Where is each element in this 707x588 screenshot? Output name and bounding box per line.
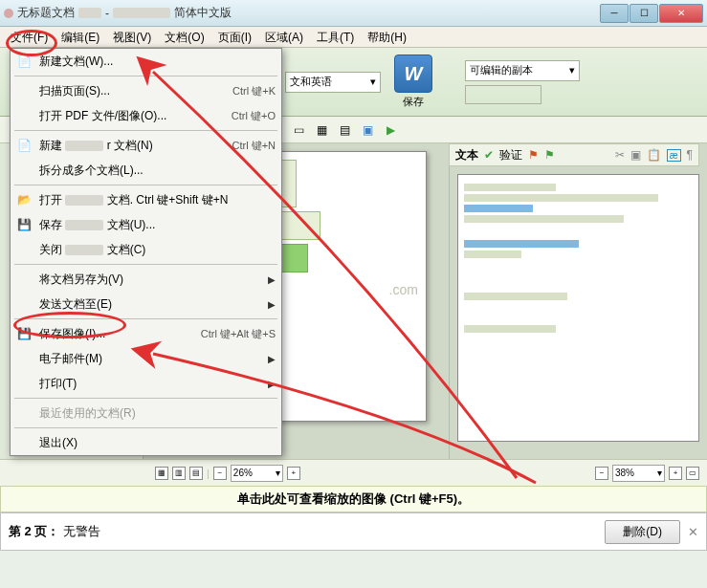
menu-视图v[interactable]: 视图(V) bbox=[106, 27, 158, 47]
menu-item[interactable]: 打印(T)▶ bbox=[11, 371, 281, 396]
paste-icon[interactable]: 📋 bbox=[647, 148, 661, 162]
maximize-button[interactable]: ☐ bbox=[630, 4, 658, 23]
text-panel bbox=[449, 143, 707, 459]
zoom-out-button[interactable]: − bbox=[595, 467, 608, 480]
menu-item[interactable]: 📄新建 r 文档(N)Ctrl 键+N bbox=[11, 133, 281, 158]
text-panel-header: 文本 ✔ 验证 ⚑ ⚑ ✂ ▣ 📋 æ ¶ bbox=[449, 143, 699, 166]
scissors-icon[interactable]: ✂ bbox=[615, 148, 625, 162]
copy-icon[interactable]: ▣ bbox=[630, 148, 641, 162]
submenu-arrow-icon: ▶ bbox=[268, 379, 276, 389]
tool-icon[interactable]: ▶ bbox=[381, 120, 400, 140]
menu-item[interactable]: 将文档另存为(V)▶ bbox=[11, 267, 281, 292]
tool-icon[interactable]: ▤ bbox=[335, 120, 354, 140]
text-document[interactable] bbox=[457, 174, 699, 442]
menu-item[interactable]: 💾保存 文档(U)... bbox=[11, 212, 281, 237]
menu-label: 扫描页面(S)... bbox=[39, 83, 232, 99]
menu-编辑e[interactable]: 编辑(E) bbox=[55, 27, 106, 47]
menu-item[interactable]: 拆分成多个文档(L)... bbox=[11, 158, 281, 183]
menu-label: 最近使用的文档(R) bbox=[39, 405, 276, 422]
menu-item[interactable]: 电子邮件(M)▶ bbox=[11, 346, 281, 371]
shortcut-label: Ctrl 键+N bbox=[232, 139, 276, 153]
submenu-arrow-icon: ▶ bbox=[268, 354, 276, 364]
titlebar: 无标题文档 - 简体中文版 ─ ☐ ✕ bbox=[0, 0, 707, 27]
format-button[interactable] bbox=[465, 85, 541, 104]
menu-icon: 💾 bbox=[16, 217, 32, 232]
zoom-select-2[interactable]: 38%▾ bbox=[612, 465, 665, 482]
tool-icon[interactable]: ▦ bbox=[312, 120, 331, 140]
save-label: 保存 bbox=[403, 95, 424, 109]
chevron-down-icon: ▾ bbox=[370, 76, 376, 88]
menu-icon: 💾 bbox=[16, 326, 32, 341]
tool-icon[interactable]: ▣ bbox=[358, 120, 377, 140]
menubar: 文件(F)编辑(E)视图(V)文档(O)页面(I)区域(A)工具(T)帮助(H) bbox=[0, 27, 707, 48]
chevron-down-icon: ▾ bbox=[569, 64, 575, 76]
menu-label: 发送文档至(E) bbox=[39, 296, 264, 313]
nav-next-icon[interactable]: ▤ bbox=[189, 467, 203, 480]
menu-label: 关闭 文档(C) bbox=[39, 242, 276, 258]
language-select[interactable]: 文和英语▾ bbox=[285, 72, 381, 93]
shortcut-label: Ctrl 键+Alt 键+S bbox=[201, 327, 276, 341]
menu-icon: 📂 bbox=[16, 192, 32, 207]
text-label: 文本 bbox=[455, 147, 478, 163]
menu-label: 保存图像(I)... bbox=[39, 326, 201, 342]
submenu-arrow-icon: ▶ bbox=[268, 274, 276, 285]
zoom-select[interactable]: 26%▾ bbox=[231, 465, 283, 482]
nav-first-icon[interactable]: ▦ bbox=[155, 467, 168, 480]
menu-label: 退出(X) bbox=[39, 435, 276, 451]
status-toolbar: ▦ ▥ ▤ | − 26%▾ + − 38%▾ + ▭ bbox=[0, 459, 707, 486]
menu-工具t[interactable]: 工具(T) bbox=[310, 27, 361, 47]
para-icon[interactable]: ¶ bbox=[687, 148, 693, 162]
menu-item[interactable]: 打开 PDF 文件/图像(O)...Ctrl 键+O bbox=[11, 103, 281, 128]
menu-item[interactable]: 退出(X) bbox=[11, 430, 281, 455]
menu-item[interactable]: 扫描页面(S)...Ctrl 键+K bbox=[11, 78, 281, 103]
menu-label: 将文档另存为(V) bbox=[39, 272, 264, 288]
menu-item[interactable]: 📂打开 文档. Ctrl 键+Shift 键+N bbox=[11, 187, 281, 212]
menu-label: 打开 PDF 文件/图像(O)... bbox=[39, 108, 232, 124]
page-number-label: 第 2 页： bbox=[9, 524, 59, 538]
zoom-in-button[interactable]: + bbox=[669, 467, 682, 480]
file-menu-dropdown: 📄新建文档(W)...扫描页面(S)...Ctrl 键+K打开 PDF 文件/图… bbox=[10, 48, 282, 456]
shortcut-label: Ctrl 键+K bbox=[232, 84, 276, 98]
warning-label: 无警告 bbox=[63, 524, 100, 538]
flag-icon[interactable]: ⚑ bbox=[544, 148, 555, 162]
save-tool-button[interactable]: W 保存 bbox=[388, 53, 438, 111]
tool-icon[interactable]: ▭ bbox=[289, 120, 308, 140]
verify-label[interactable]: 验证 bbox=[499, 147, 522, 163]
menu-icon: 📄 bbox=[16, 54, 32, 69]
menu-label: 新建文档(W)... bbox=[39, 54, 276, 70]
minimize-button[interactable]: ─ bbox=[600, 4, 629, 23]
menu-label: 保存 文档(U)... bbox=[39, 217, 276, 233]
check-icon: ✔ bbox=[484, 148, 494, 162]
menu-item[interactable]: 💾保存图像(I)...Ctrl 键+Alt 键+S bbox=[11, 321, 281, 346]
delete-button[interactable]: 删除(D) bbox=[605, 520, 680, 544]
hint-bar[interactable]: 单击此处可查看缩放的图像 (Ctrl 键+F5)。 bbox=[0, 486, 707, 512]
menu-label: 拆分成多个文档(L)... bbox=[39, 163, 276, 179]
menu-帮助h[interactable]: 帮助(H) bbox=[361, 27, 413, 47]
menu-item[interactable]: 发送文档至(E)▶ bbox=[11, 292, 281, 316]
submenu-arrow-icon: ▶ bbox=[268, 299, 276, 310]
menu-页面i[interactable]: 页面(I) bbox=[211, 27, 258, 47]
menu-label: 打开 文档. Ctrl 键+Shift 键+N bbox=[39, 192, 276, 208]
menu-icon: 📄 bbox=[16, 138, 32, 153]
ae-icon[interactable]: æ bbox=[667, 149, 681, 162]
page-info-bar: 第 2 页： 无警告 删除(D) ✕ bbox=[0, 512, 707, 551]
menu-区域a[interactable]: 区域(A) bbox=[258, 27, 310, 47]
close-button[interactable]: ✕ bbox=[659, 4, 703, 23]
menu-item[interactable]: 关闭 文档(C) bbox=[11, 237, 281, 262]
menu-文档o[interactable]: 文档(O) bbox=[158, 27, 210, 47]
window-title: 无标题文档 - 简体中文版 bbox=[4, 5, 600, 21]
menu-label: 电子邮件(M) bbox=[39, 351, 264, 367]
menu-文件f[interactable]: 文件(F) bbox=[4, 27, 55, 47]
zoom-out-button[interactable]: − bbox=[213, 467, 227, 480]
editable-copy-select[interactable]: 可编辑的副本▾ bbox=[465, 60, 580, 81]
close-icon[interactable]: ✕ bbox=[688, 525, 698, 539]
nav-prev-icon[interactable]: ▥ bbox=[172, 467, 186, 480]
menu-item: 最近使用的文档(R) bbox=[11, 401, 281, 425]
menu-item[interactable]: 📄新建文档(W)... bbox=[11, 49, 281, 74]
zoom-in-button[interactable]: + bbox=[287, 467, 300, 480]
menu-label: 新建 r 文档(N) bbox=[39, 138, 232, 154]
shortcut-label: Ctrl 键+O bbox=[232, 109, 276, 123]
tool-icon[interactable]: ▭ bbox=[686, 467, 699, 480]
menu-label: 打印(T) bbox=[39, 376, 264, 392]
flag-icon[interactable]: ⚑ bbox=[528, 148, 539, 162]
